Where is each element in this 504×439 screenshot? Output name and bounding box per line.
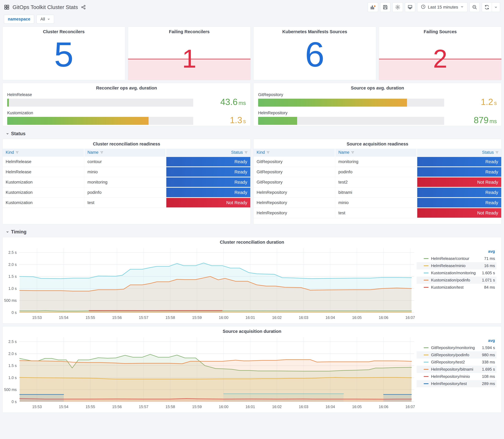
column-header-kind[interactable]: Kind: [254, 149, 335, 157]
svg-text:16:06: 16:06: [379, 405, 388, 409]
filter-icon[interactable]: [15, 150, 19, 155]
series-name[interactable]: GitRepository/monitoring: [431, 345, 482, 350]
panel-title[interactable]: Failing Sources: [379, 27, 501, 34]
svg-text:1.0 s: 1.0 s: [8, 376, 17, 380]
table-header-row: Kind Name Status: [3, 149, 250, 157]
legend-item[interactable]: Kustomization/podinfo1.071 s: [417, 277, 496, 284]
status-badge: Ready: [166, 177, 250, 187]
namespace-filter-label[interactable]: namespace: [4, 15, 34, 24]
gauge-fill: [7, 99, 9, 107]
column-header-status[interactable]: Status: [166, 149, 250, 157]
stat-panel-failing-sources: Failing Sources 2: [379, 27, 502, 80]
series-color-swatch: [424, 265, 429, 266]
panel-title[interactable]: Kubernetes Manifests Sources: [254, 27, 376, 34]
svg-text:0 s: 0 s: [12, 310, 17, 315]
page-title: GitOps Toolkit Cluster Stats: [12, 4, 78, 10]
save-dashboard-button[interactable]: [380, 2, 390, 12]
table-cell: minio: [335, 198, 417, 208]
namespace-filter-value[interactable]: All: [37, 15, 54, 24]
filter-icon[interactable]: [266, 150, 270, 155]
filter-icon[interactable]: [351, 150, 354, 155]
series-avg-value: 289 ms: [482, 381, 495, 386]
legend-item[interactable]: HelmRepository/test289 ms: [417, 380, 496, 387]
apps-grid-icon[interactable]: [4, 4, 10, 10]
series-name[interactable]: GitRepository/test2: [431, 360, 482, 365]
status-badge: Ready: [166, 157, 250, 166]
share-icon[interactable]: [81, 5, 86, 10]
legend-item[interactable]: Kustomization/monitoring1.605 s: [417, 269, 496, 277]
svg-text:16:07: 16:07: [406, 315, 415, 320]
panel-title[interactable]: Source acquisition duration: [3, 326, 501, 334]
panel-title[interactable]: Source acquisition readiness: [254, 139, 501, 146]
svg-text:15:53: 15:53: [32, 405, 42, 409]
legend-item[interactable]: HelmRelease/contour71 ms: [417, 255, 496, 262]
time-series-plot[interactable]: 15:5315:5415:5515:5615:5715:5815:5916:00…: [3, 334, 417, 411]
series-name[interactable]: HelmRelease/contour: [431, 256, 484, 261]
series-color-swatch: [424, 362, 429, 363]
panel-title[interactable]: Reconciler ops avg. duration: [3, 83, 250, 91]
gauge-track: [258, 99, 444, 107]
series-name[interactable]: GitRepository/podinfo: [431, 353, 482, 357]
time-series-plot[interactable]: 15:5315:5415:5515:5615:5715:5815:5916:00…: [3, 245, 417, 322]
chevron-down-icon: [460, 5, 464, 10]
svg-text:16:02: 16:02: [272, 405, 282, 409]
table-cell: HelmRelease: [3, 167, 85, 177]
refresh-interval-dropdown[interactable]: [492, 2, 500, 12]
table-row: HelmRepositorytestNot Ready: [254, 208, 501, 218]
legend-item[interactable]: GitRepository/test2338 ms: [417, 359, 496, 366]
table-cell: GitRepository: [254, 177, 335, 187]
svg-text:16:00: 16:00: [219, 315, 228, 320]
legend-item[interactable]: GitRepository/podinfo980 ms: [417, 351, 496, 359]
series-avg-value: 108 ms: [482, 374, 495, 379]
panel-title[interactable]: Failing Reconcilers: [128, 27, 250, 34]
gauge-value: 1.3s: [198, 116, 246, 125]
series-name[interactable]: HelmRepository/test: [431, 381, 482, 386]
series-name[interactable]: HelmRepository/bitnami: [431, 367, 482, 372]
status-badge: Ready: [417, 167, 501, 177]
cycle-view-mode-button[interactable]: [405, 2, 415, 12]
gauge-label: HelmRelease: [7, 92, 193, 97]
series-avg-value: 84 ms: [484, 285, 495, 290]
series-name[interactable]: Kustomization/test: [431, 285, 484, 290]
section-status[interactable]: Status: [2, 127, 502, 139]
legend-item[interactable]: Kustomization/test84 ms: [417, 284, 496, 291]
legend-item[interactable]: HelmRepository/minio108 ms: [417, 373, 496, 380]
panel-title[interactable]: Cluster reconciliation duration: [3, 237, 501, 245]
filter-icon[interactable]: [495, 150, 499, 155]
status-cell: Ready: [166, 177, 250, 187]
legend-item[interactable]: HelmRepository/bitnami1.695 s: [417, 366, 496, 373]
series-name[interactable]: HelmRepository/minio: [431, 374, 482, 379]
panel-title[interactable]: Cluster Reconcilers: [3, 27, 125, 34]
add-panel-button[interactable]: [368, 2, 378, 12]
table-cell: Kustomization: [3, 177, 85, 187]
section-timing[interactable]: Timing: [2, 225, 502, 237]
legend-item[interactable]: GitRepository/monitoring1.594 s: [417, 344, 496, 351]
chevron-down-icon: [47, 18, 50, 21]
svg-text:500 ms: 500 ms: [4, 388, 17, 392]
svg-text:16:07: 16:07: [406, 405, 415, 409]
stat-value: 2: [433, 46, 447, 72]
column-header-status[interactable]: Status: [417, 149, 501, 157]
series-name[interactable]: Kustomization/podinfo: [431, 278, 482, 282]
status-cell: Ready: [166, 187, 250, 198]
gauge-value: 1.2s: [449, 98, 497, 107]
gauge-label: GitRepository: [258, 92, 444, 97]
stat-value: 1: [182, 46, 196, 72]
filter-icon[interactable]: [244, 150, 248, 155]
svg-text:16:01: 16:01: [246, 405, 255, 409]
legend-avg-header[interactable]: avg: [417, 338, 496, 344]
column-header-name[interactable]: Name: [85, 149, 166, 157]
dashboard-settings-button[interactable]: [393, 2, 403, 12]
column-header-kind[interactable]: Kind: [3, 149, 85, 157]
time-range-picker[interactable]: Last 15 minutes: [417, 2, 467, 12]
series-name[interactable]: Kustomization/monitoring: [431, 271, 482, 275]
series-name[interactable]: HelmRelease/minio: [431, 263, 484, 268]
legend-avg-header[interactable]: avg: [417, 249, 496, 255]
filter-icon[interactable]: [100, 150, 103, 155]
zoom-out-button[interactable]: [469, 2, 480, 12]
refresh-button[interactable]: [482, 2, 492, 12]
legend-item[interactable]: HelmRelease/minio16 ms: [417, 262, 496, 269]
panel-title[interactable]: Source ops avg. duration: [254, 83, 501, 91]
panel-title[interactable]: Cluster reconciliation readiness: [3, 139, 250, 146]
column-header-name[interactable]: Name: [335, 149, 417, 157]
